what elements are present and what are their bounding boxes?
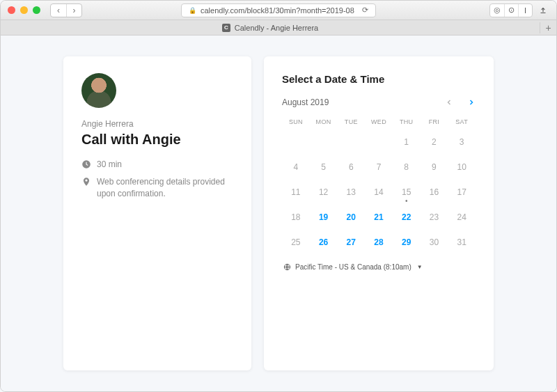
- calendar-day: 9: [421, 156, 448, 178]
- favicon-icon: C: [222, 24, 230, 32]
- calendar-day: 1: [393, 131, 421, 153]
- chevron-down-icon: ▼: [417, 264, 423, 270]
- toolbar-button-group: ◎ ⊙ I: [489, 3, 533, 17]
- location-text: Web conferencing details provided upon c…: [97, 176, 233, 200]
- event-details-panel: Angie Herrera Call with Angie 30 min Web…: [63, 56, 251, 370]
- weekday-header: FRI: [421, 116, 448, 128]
- calendar-day: 31: [448, 231, 476, 253]
- clock-icon: [81, 159, 91, 169]
- window-traffic-lights: [8, 6, 40, 14]
- globe-icon: [283, 263, 291, 271]
- host-name: Angie Herrera: [81, 119, 233, 129]
- calendar-day: [282, 131, 310, 153]
- browser-tab[interactable]: C Calendly - Angie Herrera: [1, 24, 540, 32]
- calendar-day: 12: [310, 181, 338, 203]
- calendar-day[interactable]: 20: [337, 206, 365, 228]
- calendar-day: [365, 131, 393, 153]
- picker-title: Select a Date & Time: [282, 73, 476, 85]
- duration-text: 30 min: [97, 159, 122, 171]
- weekday-header: MON: [310, 116, 338, 128]
- location-icon: [81, 177, 91, 187]
- weekday-header: THU: [393, 116, 421, 128]
- window-zoom-button[interactable]: [33, 6, 40, 14]
- calendar-day: 23: [421, 206, 448, 228]
- location-row: Web conferencing details provided upon c…: [81, 176, 233, 200]
- calendar-day[interactable]: 26: [310, 231, 338, 253]
- calendar-day: 2: [421, 131, 448, 153]
- month-navigation: August 2019: [282, 97, 476, 107]
- calendar-day: 17: [448, 181, 476, 203]
- calendar-day[interactable]: 28: [365, 231, 393, 253]
- toolbar-button-3[interactable]: I: [518, 4, 532, 17]
- calendar-day: 6: [337, 156, 365, 178]
- calendar-day: 13: [337, 181, 365, 203]
- calendar-day[interactable]: 21: [365, 206, 393, 228]
- window-minimize-button[interactable]: [20, 6, 28, 14]
- weekday-header: SUN: [282, 116, 310, 128]
- forward-button[interactable]: ›: [66, 4, 81, 17]
- calendar-day[interactable]: 22: [393, 206, 421, 228]
- timezone-text: Pacific Time - US & Canada (8:10am): [295, 263, 411, 271]
- calendar-day: 24: [448, 206, 476, 228]
- calendar-day[interactable]: 29: [393, 231, 421, 253]
- calendar-day: 25: [282, 231, 310, 253]
- tab-title: Calendly - Angie Herrera: [235, 24, 318, 32]
- calendar-day: 30: [421, 231, 448, 253]
- address-bar[interactable]: 🔒 calendly.com/block81/30min?month=2019-…: [181, 3, 376, 17]
- next-month-button[interactable]: [467, 98, 476, 107]
- calendar-day: 14: [365, 181, 393, 203]
- calendar-day: 15: [393, 181, 421, 203]
- calendar-day: 5: [310, 156, 338, 178]
- calendar-day: [310, 131, 338, 153]
- nav-buttons: ‹ ›: [50, 3, 82, 17]
- address-url: calendly.com/block81/30min?month=2019-08: [201, 6, 354, 15]
- calendar-day: 11: [282, 181, 310, 203]
- calendar-day: 16: [421, 181, 448, 203]
- weekday-header: SAT: [448, 116, 476, 128]
- date-picker-panel: Select a Date & Time August 2019 SUNMONT…: [264, 56, 494, 370]
- calendar-day: 3: [448, 131, 476, 153]
- calendar-day: 8: [393, 156, 421, 178]
- browser-tabs: C Calendly - Angie Herrera +: [1, 20, 556, 36]
- month-label: August 2019: [282, 97, 329, 107]
- duration-row: 30 min: [81, 159, 233, 171]
- weekday-header: TUE: [337, 116, 365, 128]
- page-content: Angie Herrera Call with Angie 30 min Web…: [1, 36, 556, 391]
- calendar-day: [337, 131, 365, 153]
- weekday-header: WED: [365, 116, 393, 128]
- lock-icon: 🔒: [189, 7, 196, 14]
- calendar-day: 4: [282, 156, 310, 178]
- calendar-day: 18: [282, 206, 310, 228]
- reload-icon[interactable]: ⟳: [362, 6, 368, 15]
- host-avatar: [81, 73, 116, 108]
- toolbar-button-2[interactable]: ⊙: [504, 4, 518, 17]
- calendar-day: 10: [448, 156, 476, 178]
- new-tab-button[interactable]: +: [540, 22, 556, 33]
- toolbar-button-1[interactable]: ◎: [490, 4, 504, 17]
- browser-titlebar: ‹ › 🔒 calendly.com/block81/30min?month=2…: [1, 1, 556, 20]
- prev-month-button[interactable]: [445, 98, 453, 107]
- meeting-title: Call with Angie: [81, 132, 233, 148]
- calendar-day: 7: [365, 156, 393, 178]
- calendar-day[interactable]: 27: [337, 231, 365, 253]
- calendar-day[interactable]: 19: [310, 206, 338, 228]
- back-button[interactable]: ‹: [51, 4, 66, 17]
- calendar-grid: SUNMONTUEWEDTHUFRISAT1234567891011121314…: [282, 116, 476, 253]
- timezone-selector[interactable]: Pacific Time - US & Canada (8:10am) ▼: [282, 263, 476, 271]
- share-icon[interactable]: [537, 4, 549, 17]
- window-close-button[interactable]: [8, 6, 15, 14]
